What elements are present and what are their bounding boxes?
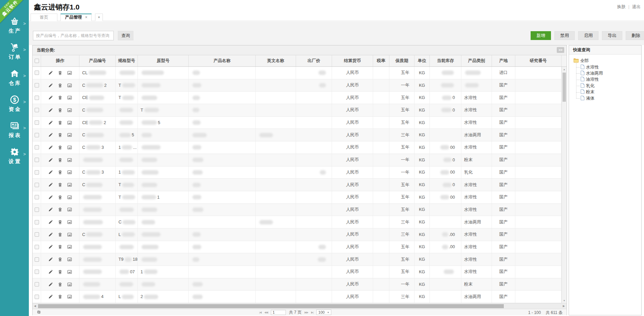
tab-home[interactable]: 首页 [31, 14, 57, 21]
tree-item-1[interactable]: 水油两用 [576, 70, 641, 76]
column-header[interactable]: 产品编号 [79, 55, 116, 66]
row-checkbox[interactable] [35, 83, 39, 87]
edit-icon[interactable] [48, 108, 53, 113]
image-icon[interactable] [67, 195, 72, 200]
row-checkbox[interactable] [35, 108, 39, 112]
delete-icon[interactable] [58, 83, 62, 88]
delete-button[interactable]: 删除 [626, 31, 644, 40]
delete-icon[interactable] [58, 282, 62, 287]
edit-icon[interactable] [48, 294, 53, 299]
tree-item-3[interactable]: 乳化 [576, 83, 641, 89]
edit-icon[interactable] [48, 232, 53, 237]
edit-icon[interactable] [48, 83, 53, 88]
image-icon[interactable] [67, 244, 72, 249]
column-header[interactable]: 原型号 [138, 55, 189, 66]
scroll-right-icon[interactable]: ▶ [563, 304, 565, 308]
image-icon[interactable] [67, 158, 72, 162]
delete-icon[interactable] [58, 133, 62, 137]
image-icon[interactable] [67, 282, 72, 287]
edit-icon[interactable] [48, 244, 53, 249]
vertical-scrollbar[interactable]: ▲ ▼ [562, 67, 567, 303]
edit-icon[interactable] [48, 170, 53, 175]
delete-icon[interactable] [58, 182, 62, 187]
edit-icon[interactable] [48, 71, 53, 75]
column-header[interactable]: 研究番号 [515, 55, 562, 66]
delete-icon[interactable] [58, 145, 62, 150]
column-header[interactable]: 英文名称 [256, 55, 296, 66]
tree-item-2[interactable]: 油溶性 [576, 77, 641, 83]
edit-icon[interactable] [48, 133, 53, 137]
column-header[interactable]: 当前库存 [430, 55, 461, 66]
page-number-input[interactable] [271, 310, 286, 315]
delete-icon[interactable] [58, 207, 62, 212]
edit-icon[interactable] [48, 145, 53, 150]
image-icon[interactable] [67, 182, 72, 187]
edit-icon[interactable] [48, 95, 53, 100]
edit-icon[interactable] [48, 282, 53, 287]
edit-icon[interactable] [48, 207, 53, 212]
column-header[interactable]: 税率 [373, 55, 389, 66]
logout-link[interactable]: 退出 [632, 4, 641, 9]
tree-item-all[interactable]: 全部 [573, 58, 641, 64]
column-header[interactable]: 产品类别 [461, 55, 492, 66]
image-icon[interactable] [67, 120, 72, 125]
delete-icon[interactable] [58, 270, 62, 274]
row-checkbox[interactable] [35, 145, 39, 150]
row-checkbox[interactable] [35, 183, 39, 187]
row-checkbox[interactable] [35, 295, 39, 299]
row-checkbox[interactable] [35, 282, 39, 287]
add-button[interactable]: 新增 [531, 31, 551, 40]
tree-item-4[interactable]: 粉末 [576, 89, 641, 95]
image-icon[interactable] [67, 207, 72, 212]
search-input[interactable] [33, 31, 114, 40]
image-icon[interactable] [67, 220, 72, 224]
horizontal-scrollbar-thumb[interactable] [38, 304, 504, 308]
scroll-left-icon[interactable]: ◀ [34, 304, 36, 308]
search-button[interactable]: 查询 [118, 31, 133, 40]
next-page-button[interactable]: ▶▶ [305, 311, 308, 314]
column-header[interactable]: 规格型号 [116, 55, 138, 66]
delete-icon[interactable] [58, 71, 62, 75]
image-icon[interactable] [67, 294, 72, 299]
delete-icon[interactable] [58, 294, 62, 299]
image-icon[interactable] [67, 108, 72, 113]
row-checkbox[interactable] [35, 245, 39, 249]
image-icon[interactable] [67, 95, 72, 100]
tab-list-dropdown[interactable]: ▾ [95, 14, 103, 21]
prev-page-button[interactable]: ◀◀ [264, 311, 268, 314]
disable-button[interactable]: 禁用 [554, 31, 575, 40]
row-checkbox[interactable] [35, 96, 39, 100]
last-page-button[interactable]: ▶| [311, 311, 313, 314]
header-checkbox-cell[interactable] [33, 55, 41, 66]
row-checkbox[interactable] [35, 158, 39, 162]
image-icon[interactable] [67, 83, 72, 88]
tab-product-management[interactable]: 产品管理× [60, 14, 92, 21]
delete-icon[interactable] [58, 220, 62, 224]
edit-icon[interactable] [48, 158, 53, 162]
edit-icon[interactable] [48, 182, 53, 187]
change-skin-link[interactable]: 换肤 [617, 4, 626, 9]
row-checkbox[interactable] [35, 270, 39, 274]
delete-icon[interactable] [58, 195, 62, 200]
scroll-down-icon[interactable]: ▼ [562, 299, 567, 302]
edit-icon[interactable] [48, 257, 53, 262]
enable-button[interactable]: 启用 [578, 31, 599, 40]
horizontal-scrollbar[interactable]: ◀ ▶ [33, 303, 567, 309]
row-checkbox[interactable] [35, 220, 39, 224]
image-icon[interactable] [67, 133, 72, 137]
image-icon[interactable] [67, 257, 72, 262]
export-button[interactable]: 导出 [602, 31, 622, 40]
image-icon[interactable] [67, 170, 72, 175]
column-header[interactable]: 产品名称 [189, 55, 256, 66]
image-icon[interactable] [67, 71, 72, 75]
column-header[interactable]: 出厂价 [296, 55, 332, 66]
sidebar-item-settings[interactable]: >设 置 [0, 147, 29, 172]
column-header[interactable]: 产地 [492, 55, 515, 66]
image-icon[interactable] [67, 145, 72, 150]
sidebar-item-production[interactable]: >生 产 [0, 16, 29, 42]
delete-icon[interactable] [58, 244, 62, 249]
tree-item-5[interactable]: 液体 [576, 95, 641, 101]
delete-icon[interactable] [58, 158, 62, 162]
select-all-checkbox[interactable] [35, 59, 39, 63]
edit-icon[interactable] [48, 270, 53, 274]
